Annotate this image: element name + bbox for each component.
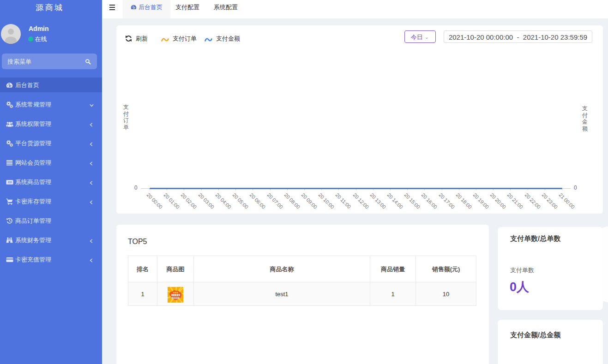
svg-text:JCB: JCB	[7, 181, 12, 184]
